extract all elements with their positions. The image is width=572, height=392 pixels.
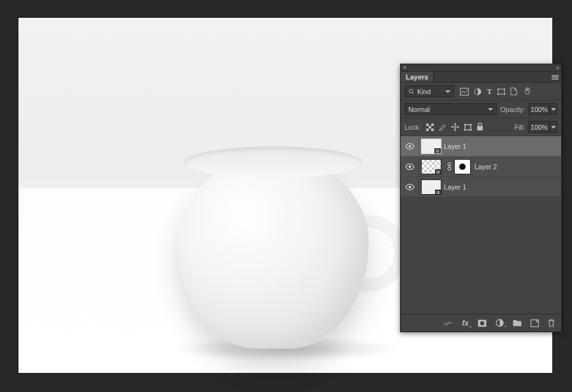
svg-rect-8 bbox=[504, 94, 505, 95]
filter-type-icon[interactable]: T bbox=[487, 87, 492, 97]
lock-all-icon[interactable] bbox=[476, 123, 483, 131]
svg-point-30 bbox=[480, 321, 484, 325]
layer-name[interactable]: Layer 1 bbox=[444, 183, 466, 191]
smartobject-badge-icon: ▧ bbox=[434, 148, 441, 153]
svg-rect-17 bbox=[465, 125, 471, 130]
layer-name[interactable]: Layer 2 bbox=[475, 163, 497, 171]
fill-value: 100% bbox=[531, 123, 548, 131]
filter-shape-icon[interactable] bbox=[497, 88, 505, 95]
svg-point-23 bbox=[408, 145, 411, 148]
opacity-input[interactable]: 100% bbox=[528, 103, 557, 115]
add-mask-icon[interactable] bbox=[478, 319, 487, 327]
new-group-icon[interactable] bbox=[513, 319, 522, 326]
lock-position-icon[interactable] bbox=[451, 123, 459, 131]
svg-point-24 bbox=[408, 165, 411, 168]
layers-list: ▧Layer 1▧Layer 2▧Layer 1 bbox=[401, 136, 561, 197]
layer-fx-icon[interactable]: fx▪ bbox=[462, 319, 469, 328]
panel-bottom-toolbar: fx▪ ▪ bbox=[401, 314, 561, 332]
panel-tabbar: Layers bbox=[401, 72, 561, 83]
svg-line-1 bbox=[412, 92, 414, 94]
chevron-down-icon bbox=[551, 126, 556, 129]
lock-bar: Lock: Fill: 100% bbox=[401, 118, 561, 136]
mask-link-icon[interactable] bbox=[446, 162, 452, 171]
blend-mode-dropdown[interactable]: Normal bbox=[404, 103, 497, 115]
search-icon bbox=[408, 88, 415, 95]
svg-rect-4 bbox=[498, 89, 504, 94]
svg-rect-16 bbox=[431, 129, 434, 131]
filter-bar: Kind T bbox=[401, 83, 561, 101]
chevron-down-icon bbox=[445, 90, 450, 93]
layer-thumbnail[interactable]: ▧ bbox=[421, 179, 441, 195]
layer-row[interactable]: ▧Layer 2 bbox=[401, 157, 561, 177]
filter-kind-dropdown[interactable]: Kind bbox=[404, 85, 454, 97]
svg-rect-5 bbox=[497, 88, 499, 90]
layer-name[interactable]: Layer 1 bbox=[444, 143, 466, 150]
opacity-value: 100% bbox=[531, 106, 548, 113]
close-icon[interactable]: × bbox=[403, 65, 406, 71]
lock-label: Lock: bbox=[404, 123, 420, 131]
svg-rect-7 bbox=[497, 94, 499, 95]
svg-rect-6 bbox=[504, 88, 505, 90]
svg-point-28 bbox=[408, 186, 411, 188]
filter-toggle-icon[interactable] bbox=[524, 87, 531, 96]
layer-row[interactable]: ▧Layer 1 bbox=[401, 177, 561, 197]
blend-mode-value: Normal bbox=[408, 106, 430, 113]
fill-label: Fill: bbox=[515, 123, 525, 131]
svg-rect-13 bbox=[429, 126, 431, 129]
panel-topbar: × ‹‹ bbox=[401, 64, 561, 72]
lock-artboard-icon[interactable] bbox=[464, 123, 472, 131]
layer-thumbnail[interactable]: ▧ bbox=[421, 159, 441, 174]
visibility-eye-icon[interactable] bbox=[401, 164, 418, 170]
layer-row[interactable]: ▧Layer 1 bbox=[401, 136, 561, 157]
svg-rect-2 bbox=[461, 88, 469, 95]
collapse-panel-icon[interactable]: ‹‹ bbox=[556, 65, 559, 71]
tab-layers[interactable]: Layers bbox=[401, 72, 434, 82]
visibility-eye-icon[interactable] bbox=[401, 184, 418, 190]
layer-thumbnail[interactable]: ▧ bbox=[421, 139, 441, 154]
adjustment-layer-icon[interactable]: ▪ bbox=[496, 319, 504, 327]
filter-kind-label: Kind bbox=[417, 88, 431, 95]
layer-mask-thumbnail[interactable] bbox=[454, 159, 471, 174]
chevron-down-icon bbox=[551, 108, 556, 111]
svg-rect-15 bbox=[426, 129, 429, 131]
fill-input[interactable]: 100% bbox=[528, 121, 557, 133]
smartobject-badge-icon: ▧ bbox=[435, 169, 441, 174]
svg-point-0 bbox=[409, 89, 413, 93]
mug-illustration bbox=[178, 139, 382, 349]
layers-panel: × ‹‹ Layers Kind T Normal Opacity: 100% bbox=[400, 64, 562, 332]
svg-rect-14 bbox=[431, 123, 434, 126]
filter-smartobject-icon[interactable] bbox=[510, 87, 517, 95]
lock-pixels-icon[interactable] bbox=[438, 123, 447, 131]
visibility-eye-icon[interactable] bbox=[401, 143, 418, 150]
opacity-label: Opacity: bbox=[500, 106, 525, 113]
svg-rect-22 bbox=[477, 126, 483, 130]
chevron-down-icon bbox=[488, 108, 493, 111]
filter-adjustment-icon[interactable] bbox=[474, 88, 482, 95]
svg-rect-12 bbox=[426, 123, 429, 126]
blend-bar: Normal Opacity: 100% bbox=[401, 101, 561, 118]
lock-transparency-icon[interactable] bbox=[426, 123, 434, 131]
panel-menu-icon[interactable] bbox=[552, 75, 559, 80]
svg-point-10 bbox=[526, 88, 528, 90]
new-layer-icon[interactable] bbox=[531, 319, 539, 327]
delete-layer-icon[interactable] bbox=[548, 319, 555, 327]
smartobject-badge-icon: ▧ bbox=[435, 190, 441, 195]
link-layers-icon[interactable] bbox=[443, 319, 453, 326]
filter-pixel-icon[interactable] bbox=[460, 88, 469, 95]
